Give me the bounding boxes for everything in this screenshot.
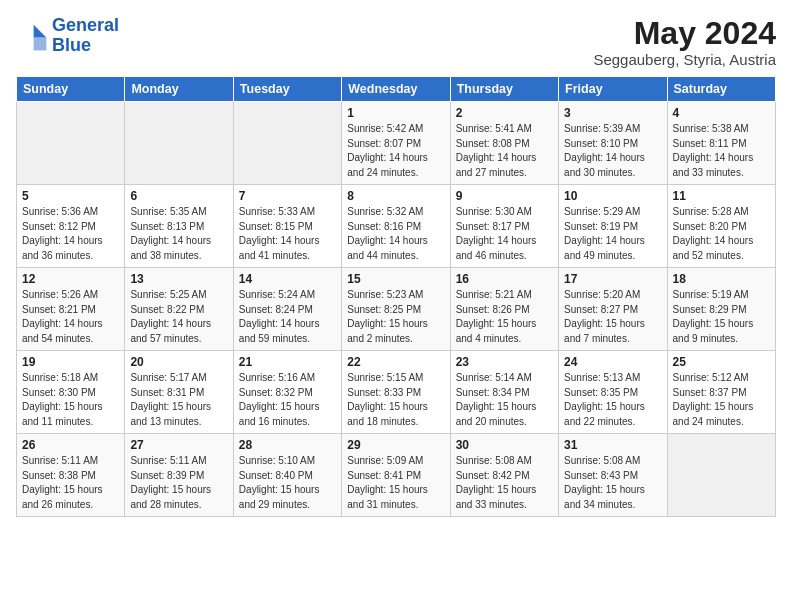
day-number: 8 [347, 189, 444, 203]
calendar-cell: 30Sunrise: 5:08 AM Sunset: 8:42 PM Dayli… [450, 434, 558, 517]
calendar-cell [125, 102, 233, 185]
day-info: Sunrise: 5:24 AM Sunset: 8:24 PM Dayligh… [239, 288, 336, 346]
day-number: 21 [239, 355, 336, 369]
day-number: 7 [239, 189, 336, 203]
day-info: Sunrise: 5:28 AM Sunset: 8:20 PM Dayligh… [673, 205, 770, 263]
calendar-cell: 3Sunrise: 5:39 AM Sunset: 8:10 PM Daylig… [559, 102, 667, 185]
calendar-cell: 4Sunrise: 5:38 AM Sunset: 8:11 PM Daylig… [667, 102, 775, 185]
calendar-cell: 26Sunrise: 5:11 AM Sunset: 8:38 PM Dayli… [17, 434, 125, 517]
calendar-cell: 10Sunrise: 5:29 AM Sunset: 8:19 PM Dayli… [559, 185, 667, 268]
calendar-week-1: 1Sunrise: 5:42 AM Sunset: 8:07 PM Daylig… [17, 102, 776, 185]
day-info: Sunrise: 5:25 AM Sunset: 8:22 PM Dayligh… [130, 288, 227, 346]
day-number: 12 [22, 272, 119, 286]
calendar-cell: 27Sunrise: 5:11 AM Sunset: 8:39 PM Dayli… [125, 434, 233, 517]
calendar-cell: 25Sunrise: 5:12 AM Sunset: 8:37 PM Dayli… [667, 351, 775, 434]
logo-line1: General [52, 15, 119, 35]
calendar-cell: 24Sunrise: 5:13 AM Sunset: 8:35 PM Dayli… [559, 351, 667, 434]
header: General Blue May 2024 Seggauberg, Styria… [16, 16, 776, 68]
calendar-cell: 18Sunrise: 5:19 AM Sunset: 8:29 PM Dayli… [667, 268, 775, 351]
calendar-week-2: 5Sunrise: 5:36 AM Sunset: 8:12 PM Daylig… [17, 185, 776, 268]
logo-line2: Blue [52, 35, 91, 55]
calendar-cell: 16Sunrise: 5:21 AM Sunset: 8:26 PM Dayli… [450, 268, 558, 351]
day-info: Sunrise: 5:12 AM Sunset: 8:37 PM Dayligh… [673, 371, 770, 429]
day-info: Sunrise: 5:30 AM Sunset: 8:17 PM Dayligh… [456, 205, 553, 263]
weekday-header-friday: Friday [559, 77, 667, 102]
calendar-week-4: 19Sunrise: 5:18 AM Sunset: 8:30 PM Dayli… [17, 351, 776, 434]
day-number: 3 [564, 106, 661, 120]
calendar-cell: 13Sunrise: 5:25 AM Sunset: 8:22 PM Dayli… [125, 268, 233, 351]
day-number: 2 [456, 106, 553, 120]
calendar-cell: 5Sunrise: 5:36 AM Sunset: 8:12 PM Daylig… [17, 185, 125, 268]
day-info: Sunrise: 5:09 AM Sunset: 8:41 PM Dayligh… [347, 454, 444, 512]
day-number: 6 [130, 189, 227, 203]
calendar-cell: 12Sunrise: 5:26 AM Sunset: 8:21 PM Dayli… [17, 268, 125, 351]
day-info: Sunrise: 5:26 AM Sunset: 8:21 PM Dayligh… [22, 288, 119, 346]
day-info: Sunrise: 5:14 AM Sunset: 8:34 PM Dayligh… [456, 371, 553, 429]
day-info: Sunrise: 5:23 AM Sunset: 8:25 PM Dayligh… [347, 288, 444, 346]
title-block: May 2024 Seggauberg, Styria, Austria [593, 16, 776, 68]
day-info: Sunrise: 5:32 AM Sunset: 8:16 PM Dayligh… [347, 205, 444, 263]
day-number: 27 [130, 438, 227, 452]
calendar-cell: 19Sunrise: 5:18 AM Sunset: 8:30 PM Dayli… [17, 351, 125, 434]
calendar-table: SundayMondayTuesdayWednesdayThursdayFrid… [16, 76, 776, 517]
calendar-cell: 22Sunrise: 5:15 AM Sunset: 8:33 PM Dayli… [342, 351, 450, 434]
day-number: 24 [564, 355, 661, 369]
day-number: 31 [564, 438, 661, 452]
weekday-header-tuesday: Tuesday [233, 77, 341, 102]
calendar-week-5: 26Sunrise: 5:11 AM Sunset: 8:38 PM Dayli… [17, 434, 776, 517]
day-info: Sunrise: 5:35 AM Sunset: 8:13 PM Dayligh… [130, 205, 227, 263]
calendar-cell: 20Sunrise: 5:17 AM Sunset: 8:31 PM Dayli… [125, 351, 233, 434]
day-number: 25 [673, 355, 770, 369]
calendar-cell: 17Sunrise: 5:20 AM Sunset: 8:27 PM Dayli… [559, 268, 667, 351]
day-info: Sunrise: 5:20 AM Sunset: 8:27 PM Dayligh… [564, 288, 661, 346]
weekday-header-wednesday: Wednesday [342, 77, 450, 102]
day-info: Sunrise: 5:17 AM Sunset: 8:31 PM Dayligh… [130, 371, 227, 429]
logo-icon [16, 20, 48, 52]
day-info: Sunrise: 5:42 AM Sunset: 8:07 PM Dayligh… [347, 122, 444, 180]
calendar-cell [17, 102, 125, 185]
day-info: Sunrise: 5:10 AM Sunset: 8:40 PM Dayligh… [239, 454, 336, 512]
day-info: Sunrise: 5:08 AM Sunset: 8:43 PM Dayligh… [564, 454, 661, 512]
weekday-header-sunday: Sunday [17, 77, 125, 102]
calendar-cell: 31Sunrise: 5:08 AM Sunset: 8:43 PM Dayli… [559, 434, 667, 517]
calendar-cell: 29Sunrise: 5:09 AM Sunset: 8:41 PM Dayli… [342, 434, 450, 517]
calendar-cell: 15Sunrise: 5:23 AM Sunset: 8:25 PM Dayli… [342, 268, 450, 351]
day-number: 20 [130, 355, 227, 369]
weekday-header-row: SundayMondayTuesdayWednesdayThursdayFrid… [17, 77, 776, 102]
calendar-cell: 7Sunrise: 5:33 AM Sunset: 8:15 PM Daylig… [233, 185, 341, 268]
weekday-header-thursday: Thursday [450, 77, 558, 102]
day-number: 13 [130, 272, 227, 286]
day-number: 11 [673, 189, 770, 203]
day-info: Sunrise: 5:29 AM Sunset: 8:19 PM Dayligh… [564, 205, 661, 263]
calendar-header: SundayMondayTuesdayWednesdayThursdayFrid… [17, 77, 776, 102]
day-number: 10 [564, 189, 661, 203]
calendar-cell: 1Sunrise: 5:42 AM Sunset: 8:07 PM Daylig… [342, 102, 450, 185]
weekday-header-saturday: Saturday [667, 77, 775, 102]
day-info: Sunrise: 5:36 AM Sunset: 8:12 PM Dayligh… [22, 205, 119, 263]
day-number: 22 [347, 355, 444, 369]
calendar-cell [667, 434, 775, 517]
page-container: General Blue May 2024 Seggauberg, Styria… [0, 0, 792, 527]
day-number: 18 [673, 272, 770, 286]
calendar-cell [233, 102, 341, 185]
day-number: 5 [22, 189, 119, 203]
calendar-cell: 21Sunrise: 5:16 AM Sunset: 8:32 PM Dayli… [233, 351, 341, 434]
day-number: 19 [22, 355, 119, 369]
logo-text: General Blue [52, 16, 119, 56]
day-info: Sunrise: 5:33 AM Sunset: 8:15 PM Dayligh… [239, 205, 336, 263]
day-info: Sunrise: 5:16 AM Sunset: 8:32 PM Dayligh… [239, 371, 336, 429]
day-number: 15 [347, 272, 444, 286]
day-number: 23 [456, 355, 553, 369]
day-info: Sunrise: 5:13 AM Sunset: 8:35 PM Dayligh… [564, 371, 661, 429]
day-number: 17 [564, 272, 661, 286]
calendar-cell: 6Sunrise: 5:35 AM Sunset: 8:13 PM Daylig… [125, 185, 233, 268]
weekday-header-monday: Monday [125, 77, 233, 102]
calendar-cell: 14Sunrise: 5:24 AM Sunset: 8:24 PM Dayli… [233, 268, 341, 351]
day-number: 1 [347, 106, 444, 120]
day-info: Sunrise: 5:11 AM Sunset: 8:38 PM Dayligh… [22, 454, 119, 512]
calendar-body: 1Sunrise: 5:42 AM Sunset: 8:07 PM Daylig… [17, 102, 776, 517]
day-info: Sunrise: 5:08 AM Sunset: 8:42 PM Dayligh… [456, 454, 553, 512]
day-info: Sunrise: 5:41 AM Sunset: 8:08 PM Dayligh… [456, 122, 553, 180]
logo: General Blue [16, 16, 119, 56]
calendar-cell: 8Sunrise: 5:32 AM Sunset: 8:16 PM Daylig… [342, 185, 450, 268]
